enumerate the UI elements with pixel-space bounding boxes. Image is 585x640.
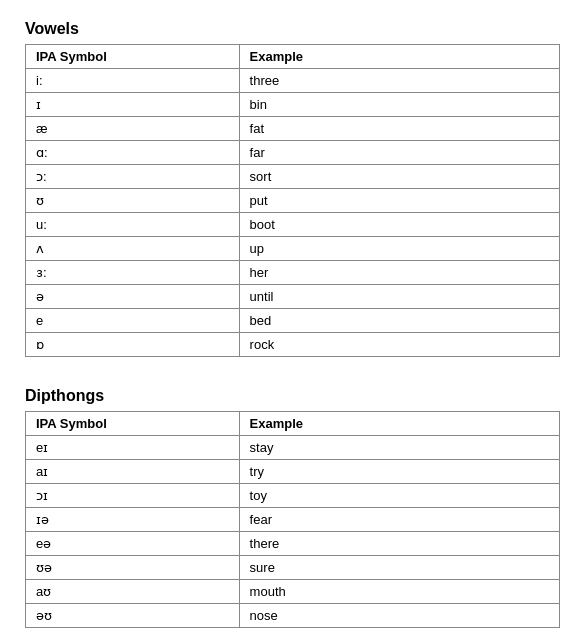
ipa-symbol-cell: ɑ: xyxy=(26,141,240,165)
example-cell: fear xyxy=(239,508,559,532)
example-cell: boot xyxy=(239,213,559,237)
example-cell: stay xyxy=(239,436,559,460)
diphthongs-col-ipa: IPA Symbol xyxy=(26,412,240,436)
example-cell: try xyxy=(239,460,559,484)
ipa-symbol-cell: ʊə xyxy=(26,556,240,580)
ipa-symbol-cell: eə xyxy=(26,532,240,556)
table-row: ebed xyxy=(26,309,560,333)
table-row: aʊmouth xyxy=(26,580,560,604)
ipa-symbol-cell: ʌ xyxy=(26,237,240,261)
ipa-symbol-cell: æ xyxy=(26,117,240,141)
ipa-symbol-cell: eɪ xyxy=(26,436,240,460)
vowels-col-ipa: IPA Symbol xyxy=(26,45,240,69)
example-cell: until xyxy=(239,285,559,309)
ipa-symbol-cell: aʊ xyxy=(26,580,240,604)
diphthongs-table: IPA Symbol Example eɪstayaɪtryɔɪtoyɪəfea… xyxy=(25,411,560,628)
table-row: ʊəsure xyxy=(26,556,560,580)
example-cell: fat xyxy=(239,117,559,141)
table-row: ɔ:sort xyxy=(26,165,560,189)
ipa-symbol-cell: u: xyxy=(26,213,240,237)
example-cell: bin xyxy=(239,93,559,117)
table-row: aɪtry xyxy=(26,460,560,484)
ipa-symbol-cell: ʊ xyxy=(26,189,240,213)
table-row: eɪstay xyxy=(26,436,560,460)
diphthongs-section: Dipthongs IPA Symbol Example eɪstayaɪtry… xyxy=(25,387,560,628)
example-cell: far xyxy=(239,141,559,165)
table-row: æfat xyxy=(26,117,560,141)
vowels-title: Vowels xyxy=(25,20,560,38)
vowels-section: Vowels IPA Symbol Example i:threeɪbinæfa… xyxy=(25,20,560,357)
vowels-col-example: Example xyxy=(239,45,559,69)
example-cell: there xyxy=(239,532,559,556)
ipa-symbol-cell: ɪ xyxy=(26,93,240,117)
ipa-symbol-cell: əʊ xyxy=(26,604,240,628)
diphthongs-col-example: Example xyxy=(239,412,559,436)
example-cell: rock xyxy=(239,333,559,357)
ipa-symbol-cell: e xyxy=(26,309,240,333)
ipa-symbol-cell: aɪ xyxy=(26,460,240,484)
ipa-symbol-cell: i: xyxy=(26,69,240,93)
example-cell: nose xyxy=(239,604,559,628)
example-cell: three xyxy=(239,69,559,93)
table-row: ɪbin xyxy=(26,93,560,117)
table-row: i:three xyxy=(26,69,560,93)
table-row: əuntil xyxy=(26,285,560,309)
example-cell: sure xyxy=(239,556,559,580)
table-row: ɑ:far xyxy=(26,141,560,165)
table-row: eəthere xyxy=(26,532,560,556)
table-row: ɒrock xyxy=(26,333,560,357)
diphthongs-title: Dipthongs xyxy=(25,387,560,405)
ipa-symbol-cell: ə xyxy=(26,285,240,309)
table-row: ʌup xyxy=(26,237,560,261)
table-row: u:boot xyxy=(26,213,560,237)
table-row: ɜ:her xyxy=(26,261,560,285)
example-cell: mouth xyxy=(239,580,559,604)
vowels-table: IPA Symbol Example i:threeɪbinæfatɑ:farɔ… xyxy=(25,44,560,357)
table-row: ɪəfear xyxy=(26,508,560,532)
ipa-symbol-cell: ɒ xyxy=(26,333,240,357)
example-cell: up xyxy=(239,237,559,261)
example-cell: sort xyxy=(239,165,559,189)
example-cell: toy xyxy=(239,484,559,508)
table-row: ʊput xyxy=(26,189,560,213)
ipa-symbol-cell: ɜ: xyxy=(26,261,240,285)
ipa-symbol-cell: ɔ: xyxy=(26,165,240,189)
table-row: əʊnose xyxy=(26,604,560,628)
example-cell: bed xyxy=(239,309,559,333)
ipa-symbol-cell: ɔɪ xyxy=(26,484,240,508)
table-row: ɔɪtoy xyxy=(26,484,560,508)
example-cell: put xyxy=(239,189,559,213)
example-cell: her xyxy=(239,261,559,285)
ipa-symbol-cell: ɪə xyxy=(26,508,240,532)
